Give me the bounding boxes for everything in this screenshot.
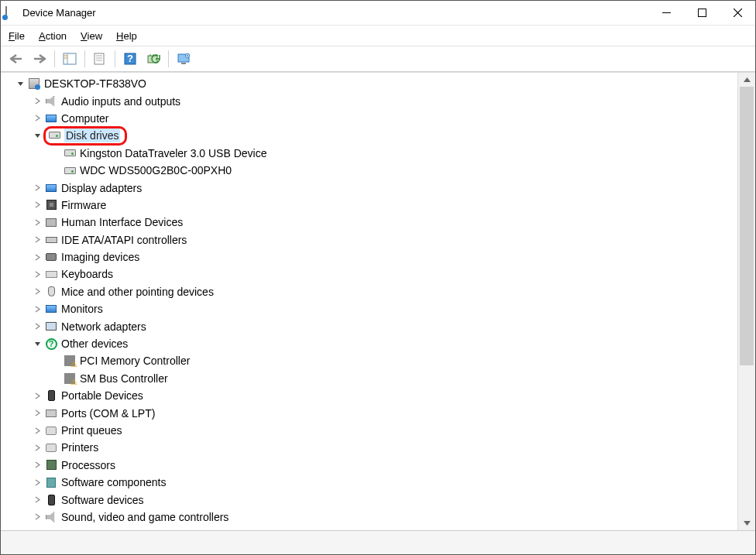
chevron-right-icon[interactable]	[32, 200, 43, 211]
tree-label: Software devices	[61, 494, 144, 506]
scroll-down-icon[interactable]	[738, 516, 755, 530]
tree-node-audio[interactable]: Audio inputs and outputs	[5, 92, 737, 109]
tree-node-display[interactable]: Display adapters	[5, 179, 737, 196]
chevron-right-icon[interactable]	[32, 303, 43, 314]
tree-label: Printers	[61, 441, 98, 454]
phone-icon	[44, 389, 58, 403]
window-title: Device Manager	[22, 7, 648, 19]
chevron-right-icon[interactable]	[32, 183, 43, 194]
menu-file[interactable]: File	[9, 30, 25, 42]
tree-node-other-child[interactable]: PCI Memory Controller	[5, 352, 737, 369]
tree-node-ide[interactable]: IDE ATA/ATAPI controllers	[5, 231, 737, 248]
tree-label: DESKTOP-TF838VO	[44, 77, 146, 90]
scan-hardware-button[interactable]	[143, 49, 164, 69]
chevron-right-icon[interactable]	[32, 390, 43, 401]
hid-icon	[44, 215, 58, 229]
tree-label: Mice and other pointing devices	[61, 286, 214, 298]
tree-node-printers[interactable]: Printers	[5, 439, 737, 456]
menu-action[interactable]: Action	[39, 30, 67, 42]
device-tree[interactable]: DESKTOP-TF838VO Audio inputs and outputs…	[1, 73, 737, 530]
back-button[interactable]	[5, 49, 27, 69]
chevron-right-icon[interactable]	[32, 217, 43, 228]
chevron-right-icon[interactable]	[32, 408, 43, 419]
vertical-scrollbar[interactable]	[737, 73, 755, 530]
tree-label: Kingston DataTraveler 3.0 USB Device	[80, 147, 266, 159]
tree-label: IDE ATA/ATAPI controllers	[61, 234, 187, 246]
chevron-right-icon[interactable]	[32, 495, 43, 505]
tree-node-hid[interactable]: Human Interface Devices	[5, 214, 737, 231]
chevron-right-icon[interactable]	[32, 442, 43, 453]
svg-rect-4	[64, 53, 76, 64]
tree-node-sw-devices[interactable]: Software devices	[5, 491, 737, 508]
highlighted-selection: Disk drives	[43, 126, 127, 146]
svg-rect-16	[181, 63, 186, 64]
tree-root[interactable]: DESKTOP-TF838VO	[5, 75, 737, 92]
chevron-right-icon[interactable]	[32, 477, 43, 488]
scroll-thumb[interactable]	[740, 87, 754, 365]
maximize-button[interactable]	[684, 1, 720, 25]
menu-view[interactable]: View	[81, 30, 102, 42]
chevron-right-icon[interactable]	[32, 460, 43, 471]
speaker-icon	[44, 510, 58, 524]
tree-node-other-child[interactable]: SM Bus Controller	[5, 370, 737, 387]
tree-label: Keyboards	[61, 268, 113, 280]
chevron-right-icon[interactable]	[32, 286, 43, 297]
tree-node-mice[interactable]: Mice and other pointing devices	[5, 283, 737, 300]
toolbar-separator	[54, 50, 55, 67]
tree-node-firmware[interactable]: Firmware	[5, 197, 737, 214]
tree-node-other[interactable]: ? Other devices	[5, 335, 737, 352]
monitor-icon	[44, 181, 58, 195]
camera-icon	[44, 250, 58, 264]
network-icon	[44, 320, 58, 334]
tree-node-portable[interactable]: Portable Devices	[5, 387, 737, 404]
properties-button[interactable]	[89, 49, 111, 69]
tree-node-network[interactable]: Network adapters	[5, 317, 737, 334]
scroll-up-icon[interactable]	[738, 73, 755, 87]
status-bar	[1, 530, 755, 554]
help-button[interactable]: ?	[119, 49, 141, 69]
speaker-icon	[44, 94, 58, 108]
warning-device-icon	[63, 372, 77, 385]
mouse-icon	[44, 285, 58, 299]
chevron-down-icon[interactable]	[15, 78, 26, 89]
tree-node-keyboards[interactable]: Keyboards	[5, 266, 737, 283]
chevron-right-icon[interactable]	[32, 235, 43, 245]
window-controls	[648, 1, 755, 25]
tree-node-monitors[interactable]: Monitors	[5, 300, 737, 317]
chevron-right-icon[interactable]	[32, 269, 43, 279]
chevron-down-icon[interactable]	[32, 338, 43, 349]
tree-node-disk-child[interactable]: Kingston DataTraveler 3.0 USB Device	[5, 145, 737, 162]
tree-label: WDC WDS500G2B0C-00PXH0	[80, 164, 232, 176]
tree-node-processors[interactable]: Processors	[5, 457, 737, 474]
tree-node-imaging[interactable]: Imaging devices	[5, 248, 737, 266]
tree-node-sw-components[interactable]: Software components	[5, 474, 737, 491]
chevron-right-icon[interactable]	[32, 252, 43, 262]
tree-node-disk-drives[interactable]: Disk drives	[5, 127, 737, 144]
chevron-right-icon[interactable]	[32, 425, 43, 436]
svg-rect-8	[94, 53, 104, 64]
chevron-down-icon[interactable]	[32, 130, 43, 141]
software-icon	[44, 493, 58, 507]
close-button[interactable]	[720, 1, 755, 25]
menu-help[interactable]: Help	[116, 30, 137, 42]
chevron-right-icon[interactable]	[32, 96, 43, 107]
tree-node-ports[interactable]: Ports (COM & LPT)	[5, 404, 737, 421]
toolbar-separator	[115, 50, 115, 67]
tree-node-disk-child[interactable]: WDC WDS500G2B0C-00PXH0	[5, 162, 737, 179]
tree-label: Ports (COM & LPT)	[61, 407, 155, 420]
tree-node-computer[interactable]: Computer	[5, 110, 737, 127]
scroll-track[interactable]	[738, 87, 755, 516]
content-area: DESKTOP-TF838VO Audio inputs and outputs…	[1, 72, 755, 530]
chevron-right-icon[interactable]	[32, 113, 43, 124]
monitor-button[interactable]	[173, 49, 194, 69]
tree-node-sound[interactable]: Sound, video and game controllers	[5, 509, 737, 526]
chevron-right-icon[interactable]	[32, 512, 43, 522]
forward-button[interactable]	[29, 49, 50, 69]
tree-label: Human Interface Devices	[61, 216, 183, 228]
tree-node-print-queues[interactable]: Print queues	[5, 422, 737, 439]
chevron-right-icon[interactable]	[32, 321, 43, 332]
menu-bar: File Action View Help	[1, 26, 755, 46]
show-hide-tree-button[interactable]	[59, 49, 81, 69]
tree-label: Portable Devices	[61, 389, 143, 402]
minimize-button[interactable]	[648, 1, 684, 25]
